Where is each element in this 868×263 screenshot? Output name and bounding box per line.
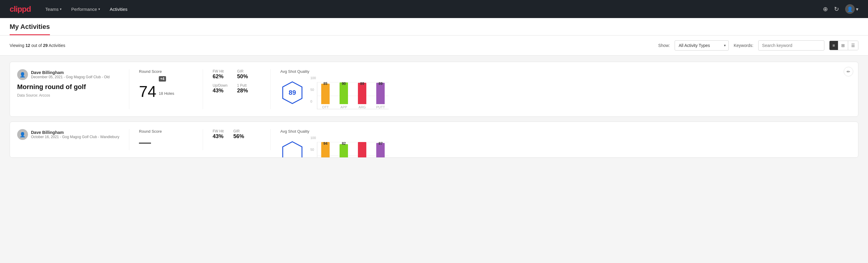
user-date: October 16, 2021 - Gog Magog Golf Club -… xyxy=(31,135,119,139)
view-list-button[interactable]: ≡ xyxy=(830,41,838,50)
divider xyxy=(129,69,129,109)
avatar: 👤 xyxy=(845,4,855,14)
bar-app: 90 APP xyxy=(336,82,352,109)
nav-item-teams[interactable]: Teams ▾ xyxy=(45,4,62,14)
avatar: 👤 xyxy=(17,129,28,140)
show-label: Show: xyxy=(658,43,670,48)
bar-putt-label: PUTT xyxy=(376,105,385,109)
chevron-down-icon: ▾ xyxy=(98,7,100,11)
logo[interactable]: clippd xyxy=(10,4,31,14)
stats-section: FW Hit 43% GIR 56% xyxy=(213,129,261,140)
bar-putt-fill xyxy=(376,83,385,104)
hexagon: 89 xyxy=(280,81,304,105)
activity-card: ✏ 👤 Dave Billingham December 05, 2021 - … xyxy=(10,62,858,117)
bar-app: 82 APP xyxy=(336,142,352,158)
stats-section: FW Hit 62% Up/Down 43% GIR 50% 1 Putt xyxy=(213,69,261,94)
hexagon-wrap: 89 xyxy=(280,81,304,105)
bar-app-label: APP xyxy=(340,105,347,109)
navigation: clippd Teams ▾ Performance ▾ Activities … xyxy=(0,0,868,18)
avg-shot-section: Avg Shot Quality 89 xyxy=(280,69,851,109)
divider xyxy=(129,129,129,150)
score-value: 74 xyxy=(139,84,156,99)
bar-arg-fill xyxy=(358,83,366,104)
bar-ott: 94 OTT xyxy=(317,142,333,158)
activity-type-select-wrap[interactable]: All Activity Types ▾ xyxy=(675,40,729,51)
divider xyxy=(270,69,271,109)
view-toggle-group: ≡ ⊞ ☰ xyxy=(829,40,858,50)
round-score-section: Round Score — xyxy=(139,129,193,148)
bar-ott-value: 85 xyxy=(323,82,327,86)
bar-arg: 89 ARG xyxy=(354,82,370,109)
nav-item-performance[interactable]: Performance ▾ xyxy=(71,4,100,14)
fw-hit-stat: FW Hit 62% xyxy=(213,69,227,80)
activity-type-select[interactable]: All Activity Types xyxy=(675,40,729,51)
stats-grid: FW Hit 62% Up/Down 43% GIR 50% 1 Putt xyxy=(213,69,261,94)
avg-shot-section: Avg Shot Quality 100 xyxy=(280,129,851,158)
chevron-down-icon: ▾ xyxy=(856,6,858,12)
page-header: My Activities xyxy=(0,18,868,35)
bar-chart: 100 50 0 85 xyxy=(310,76,389,109)
bar-ott-fill xyxy=(321,84,330,104)
bar-putt: 87 PUTT xyxy=(373,142,389,158)
bar-arg: 106 ARG xyxy=(354,142,370,158)
round-score-label: Round Score xyxy=(139,69,193,74)
nav-icons-group: ⊕ ↻ 👤 ▾ xyxy=(823,4,858,14)
chevron-down-icon: ▾ xyxy=(60,7,62,11)
activity-title: Morning round of golf xyxy=(17,83,119,91)
gir-stat: GIR 50% xyxy=(237,69,248,80)
card-left: 👤 Dave Billingham December 05, 2021 - Go… xyxy=(17,69,119,97)
nav-item-activities[interactable]: Activities xyxy=(110,4,127,14)
bar-arg-label: ARG xyxy=(359,105,366,109)
nav-label-activities: Activities xyxy=(110,7,127,12)
user-name: Dave Billingham xyxy=(31,130,119,135)
divider xyxy=(270,129,271,150)
view-grid-button[interactable]: ⊞ xyxy=(838,41,848,50)
avg-shot-label: Avg Shot Quality xyxy=(280,69,389,74)
bar-putt-value: 89 xyxy=(379,82,382,86)
score-value: — xyxy=(139,136,151,148)
nav-label-performance: Performance xyxy=(71,7,97,12)
keywords-label: Keywords: xyxy=(734,43,753,48)
y-label-0: 0 xyxy=(310,99,316,103)
y-label-50: 50 xyxy=(310,88,316,91)
nav-label-teams: Teams xyxy=(45,7,59,12)
avg-shot-label: Avg Shot Quality xyxy=(280,129,389,134)
hexagon-wrap xyxy=(280,141,304,158)
bar-arg-value: 89 xyxy=(360,82,364,86)
score-badge: +4 xyxy=(159,76,166,82)
activities-content: ✏ 👤 Dave Billingham December 05, 2021 - … xyxy=(0,56,868,164)
svg-marker-1 xyxy=(283,142,302,158)
score-main: 74 +4 18 Holes xyxy=(139,76,193,99)
data-source: Data Source: Arccos xyxy=(17,93,119,97)
edit-button[interactable]: ✏ xyxy=(844,67,853,77)
bar-putt: 89 PUTT xyxy=(373,82,389,109)
avg-shot-value: 89 xyxy=(289,89,296,96)
page-title: My Activities xyxy=(10,23,50,35)
bar-ott-label: OTT xyxy=(322,105,329,109)
user-date: December 05, 2021 - Gog Magog Golf Club … xyxy=(31,75,110,79)
filter-bar: Viewing 12 out of 29 Activities Show: Al… xyxy=(0,35,868,56)
card-user: 👤 Dave Billingham October 16, 2021 - Gog… xyxy=(17,129,119,140)
hexagon xyxy=(280,141,304,158)
avatar: 👤 xyxy=(17,69,28,80)
one-putt-stat: 1 Putt 28% xyxy=(237,83,248,94)
add-icon[interactable]: ⊕ xyxy=(823,5,828,12)
fw-hit-stat: FW Hit 43% xyxy=(213,129,224,140)
round-score-section: Round Score 74 +4 18 Holes xyxy=(139,69,193,99)
activity-card: 👤 Dave Billingham October 16, 2021 - Gog… xyxy=(10,122,858,158)
card-left: 👤 Dave Billingham October 16, 2021 - Gog… xyxy=(17,129,119,142)
round-score-label: Round Score xyxy=(139,129,193,134)
search-input[interactable] xyxy=(758,40,825,51)
user-menu[interactable]: 👤 ▾ xyxy=(845,4,858,14)
user-name: Dave Billingham xyxy=(31,70,110,75)
refresh-icon[interactable]: ↻ xyxy=(834,5,839,12)
bar-app-value: 90 xyxy=(342,82,346,86)
stats-grid: FW Hit 43% GIR 56% xyxy=(213,129,261,140)
bar-chart: 100 50 0 94 OTT xyxy=(310,136,389,158)
view-compact-button[interactable]: ☰ xyxy=(848,41,858,50)
score-main: — xyxy=(139,136,193,148)
card-user: 👤 Dave Billingham December 05, 2021 - Go… xyxy=(17,69,119,80)
y-label-100: 100 xyxy=(310,76,316,80)
bar-ott: 85 OTT xyxy=(317,82,333,109)
score-holes: 18 Holes xyxy=(159,91,174,97)
